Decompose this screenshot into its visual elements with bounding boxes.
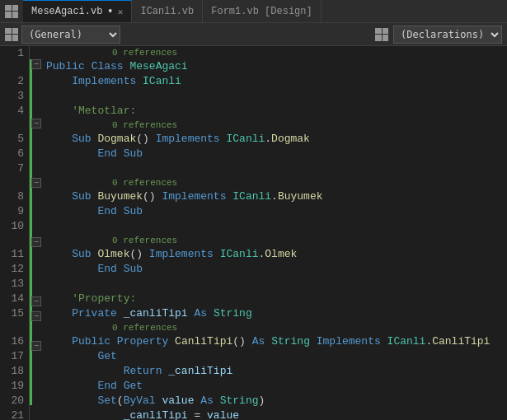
line-num-14: 14: [3, 292, 24, 306]
collapse-get[interactable]: −: [31, 311, 41, 321]
code-line-18: Return _canliTipi: [46, 364, 507, 379]
line-num-5: 5: [3, 132, 24, 147]
ref-line-1: 0 references: [46, 46, 507, 59]
general-dropdown[interactable]: (General): [21, 26, 120, 44]
line-num-20: 20: [3, 394, 24, 408]
toolbar-right: (Declarations): [375, 26, 502, 44]
tab-meseagaci-close[interactable]: ✕: [118, 7, 124, 17]
ref-line-8: 0 references: [46, 176, 507, 189]
collapse-sub2[interactable]: −: [31, 178, 41, 188]
line-num-1: 1: [3, 46, 24, 61]
collapse-sub3[interactable]: −: [31, 237, 41, 247]
line-num-15: 15: [3, 306, 24, 321]
code-line-13: [46, 277, 507, 292]
code-line-19: End Get: [46, 379, 507, 394]
line-num-18: 18: [3, 364, 24, 379]
toolbar-grid-icon-right: [375, 28, 388, 41]
line-num-12: 12: [3, 262, 24, 277]
code-line-14: 'Property:: [46, 292, 507, 306]
code-area: 1 · 2 3 4 · 5 6 7 · 8 9 10 · 11 12 13 14…: [0, 46, 507, 420]
code-line-1: Public Class MeseAgaci: [46, 59, 507, 74]
app-window: MeseAgaci.vb • ✕ ICanli.vb Form1.vb [Des…: [0, 0, 507, 420]
code-line-6: End Sub: [46, 147, 507, 161]
line-num-6: 6: [3, 147, 24, 161]
line-numbers: 1 · 2 3 4 · 5 6 7 · 8 9 10 · 11 12 13 14…: [0, 46, 30, 420]
code-line-4: 'Metotlar:: [46, 104, 507, 119]
tab-meseagaci-label: MeseAgaci.vb: [31, 6, 102, 17]
tab-icanli[interactable]: ICanli.vb: [132, 0, 203, 22]
line-num-4: 4: [3, 104, 24, 119]
code-line-10: [46, 219, 507, 234]
line-num-2: 2: [3, 74, 24, 89]
collapse-sub1[interactable]: −: [31, 119, 41, 128]
green-bar-main: [30, 59, 32, 405]
line-num-9: 9: [3, 204, 24, 219]
tab-form1-label: Form1.vb [Design]: [211, 6, 312, 17]
tab-form1[interactable]: Form1.vb [Design]: [203, 0, 321, 22]
code-line-16: Public Property CanliTipi() As String Im…: [46, 334, 507, 349]
collapse-class[interactable]: −: [31, 59, 41, 69]
tab-bar: MeseAgaci.vb • ✕ ICanli.vb Form1.vb [Des…: [0, 0, 507, 23]
code-line-21: _canliTipi = value: [46, 408, 507, 420]
tab-meseagaci[interactable]: MeseAgaci.vb • ✕: [23, 0, 132, 22]
code-line-12: End Sub: [46, 262, 507, 277]
code-content: 0 references Public Class MeseAgaci Impl…: [43, 46, 507, 420]
code-line-9: End Sub: [46, 204, 507, 219]
line-num-13: 13: [3, 277, 24, 292]
line-num-8: 8: [3, 189, 24, 204]
code-line-7: [46, 161, 507, 176]
code-line-2: Implements ICanli: [46, 74, 507, 89]
code-line-5: Sub Dogmak() Implements ICanli.Dogmak: [46, 132, 507, 147]
tab-modified-dot: •: [106, 5, 113, 18]
line-num-ref5: ·: [3, 119, 24, 132]
toolbar: (General) (Declarations): [0, 23, 507, 46]
code-line-3: [46, 89, 507, 104]
ref-line-16: 0 references: [46, 321, 507, 334]
toolbar-left: (General): [5, 26, 372, 44]
line-num-ref8: ·: [3, 176, 24, 189]
line-num-16: 16: [3, 334, 24, 349]
line-num-21: 21: [3, 408, 24, 420]
line-num-3: 3: [3, 89, 24, 104]
line-num-ref1: ·: [3, 61, 24, 74]
ref-line-5: 0 references: [46, 119, 507, 132]
line-num-10: 10: [3, 219, 24, 234]
collapse-set[interactable]: −: [31, 341, 41, 351]
code-line-8: Sub Buyumek() Implements ICanli.Buyumek: [46, 189, 507, 204]
tab-icanli-label: ICanli.vb: [140, 6, 194, 17]
line-num-ref11: ·: [3, 234, 24, 247]
code-line-17: Get: [46, 349, 507, 364]
line-num-19: 19: [3, 379, 24, 394]
gutter: − − − − − − −: [30, 46, 43, 420]
solution-explorer-icon[interactable]: [0, 5, 23, 18]
line-num-17: 17: [3, 349, 24, 364]
code-line-11: Sub Olmek() Implements ICanli.Olmek: [46, 247, 507, 262]
code-line-20: Set(ByVal value As String): [46, 394, 507, 408]
declarations-dropdown[interactable]: (Declarations): [393, 26, 502, 44]
line-num-7: 7: [3, 161, 24, 176]
toolbar-grid-icon: [5, 28, 18, 41]
ref-line-11: 0 references: [46, 234, 507, 247]
collapse-prop[interactable]: −: [31, 296, 41, 306]
code-line-15: Private _canliTipi As String: [46, 306, 507, 321]
line-num-ref16: ·: [3, 321, 24, 334]
line-num-11: 11: [3, 247, 24, 262]
